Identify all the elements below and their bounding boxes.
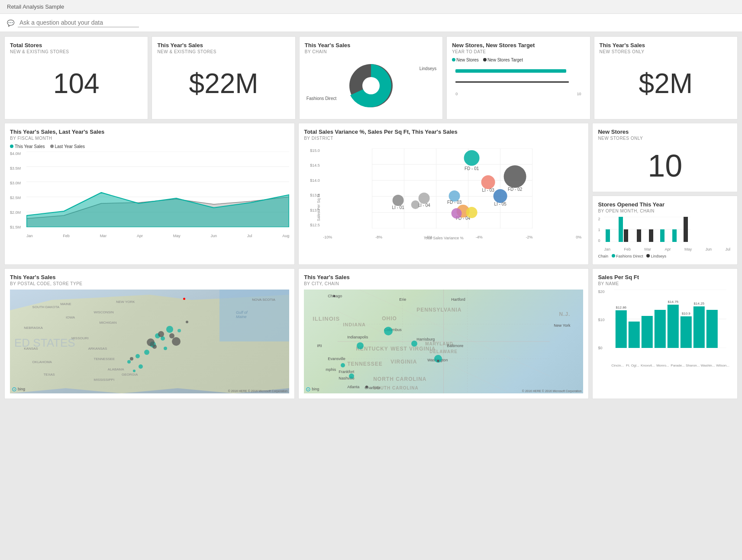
svg-text:LI - 03: LI - 03 — [482, 188, 495, 193]
svg-marker-9 — [26, 193, 289, 227]
sqft-y-axis: $20 $10 $0 — [598, 290, 608, 350]
map2-erie: Erie — [399, 297, 406, 302]
svg-text:LI - 01: LI - 01 — [392, 205, 405, 210]
svg-text:$14.75: $14.75 — [668, 300, 679, 304]
nst-axis-min: 0 — [455, 92, 458, 96]
nst-legend-new: New Stores — [452, 58, 479, 62]
map1-missouri: MISSOURI — [71, 336, 89, 340]
map2-fd-4 — [411, 341, 417, 347]
row-2: This Year's Sales, Last Year's Sales BY … — [4, 123, 738, 265]
svg-text:LI - 04: LI - 04 — [418, 203, 431, 208]
nst-hbars — [452, 69, 584, 90]
svg-point-32 — [393, 195, 404, 206]
sqft-chart-area: $20 $10 $0 $12.86 — [598, 290, 732, 367]
chain-label-fd: Fashions Direct — [306, 96, 336, 101]
map2-tennessee: TENNESSEE — [347, 361, 383, 367]
map1-gulf: Gulf ofMaine — [236, 310, 248, 319]
ns-subtitle: NEW STORES ONLY — [598, 136, 732, 141]
svg-rect-66 — [642, 316, 653, 348]
nst-fill-new — [455, 69, 566, 73]
svg-text:$12.86: $12.86 — [616, 306, 627, 309]
map2-nj: N.J. — [559, 311, 570, 317]
map1-georgia: GEORGIA — [122, 373, 138, 377]
sales-ne-title: This Year's Sales — [157, 42, 290, 48]
card-variance-scatter: Total Sales Variance %, Sales Per Sq Ft,… — [298, 123, 589, 265]
map2-li-3 — [437, 360, 439, 362]
map1-container: ED STATES Gulf ofMaine NOVA SCOTIA SOUTH… — [10, 290, 289, 393]
right-col-row2: New Stores NEW STORES ONLY 10 Stores Ope… — [592, 123, 738, 265]
nst-title: New Stores, New Stores Target — [452, 42, 584, 48]
svg-text:FD - 03: FD - 03 — [447, 200, 462, 205]
map1-dot-10 — [139, 364, 143, 369]
sp-subtitle: BY POSTAL CODE, STORE TYPE — [10, 281, 289, 286]
svg-rect-51 — [684, 217, 688, 242]
so-dot-li — [646, 254, 650, 257]
svg-point-30 — [494, 189, 507, 203]
nst-axis-max: 10 — [577, 92, 581, 96]
map2-bing: ⊙ bing — [306, 386, 319, 393]
sc-subtitle: BY CITY, CHAIN — [304, 281, 583, 286]
map2-indiana: INDIANA — [343, 322, 366, 327]
map1-alabama: ALABAMA — [108, 367, 124, 371]
map1-wisconsin: WISCONSIN — [94, 310, 114, 314]
svg-rect-65 — [629, 322, 640, 348]
map2-iri: IRI — [317, 344, 322, 348]
ssf-title: Sales Per Sq Ft — [598, 274, 732, 280]
pie-chart: Fashions Direct Lindseys — [305, 58, 437, 114]
total-stores-subtitle: NEW & EXISTING STORES — [10, 49, 142, 54]
bing-icon: ⊙ — [12, 386, 17, 393]
sales-no-value: $2M — [600, 58, 732, 109]
map1-nebraska: NEBRASKA — [24, 326, 43, 330]
map1-ocean — [219, 290, 289, 341]
card-sales-sqft: Sales Per Sq Ft BY NAME $20 $10 $0 — [592, 268, 738, 399]
svg-text:FD - 01: FD - 01 — [465, 166, 479, 171]
map1-text: ED STATES — [14, 336, 75, 350]
svg-rect-68 — [668, 305, 679, 348]
so-svg — [604, 217, 690, 242]
scatter-y-axis: $15.0 $14.5 $14.0 $13.5 $13.0 $12.5 — [310, 148, 320, 227]
card-sales-new-only: This Year's Sales NEW STORES ONLY $2M — [594, 36, 738, 119]
card-sales-postal: This Year's Sales BY POSTAL CODE, STORE … — [4, 268, 295, 399]
map2-virginia: VIRGINIA — [390, 359, 417, 365]
map2-fd-columbus — [384, 327, 393, 335]
svg-rect-48 — [649, 229, 653, 242]
fm-subtitle: BY FISCAL MONTH — [10, 136, 289, 141]
chain-subtitle: BY CHAIN — [305, 49, 437, 54]
dashboard: Total Stores NEW & EXISTING STORES 104 T… — [0, 32, 742, 403]
map1-michigan: MICHIGAN — [99, 321, 116, 325]
svg-text:FD - 02: FD - 02 — [508, 187, 523, 192]
vs-subtitle: BY DISTRICT — [304, 136, 583, 141]
qa-input[interactable] — [18, 18, 139, 27]
map1-arkansas: ARKANSAS — [88, 347, 107, 351]
scatter-area: Sales Per Sq Ft $15.0 $14.5 $14.0 $13.5 … — [304, 144, 583, 239]
nst-legend: New Stores New Stores Target — [452, 58, 584, 62]
fm-legend-ty: This Year Sales — [10, 144, 45, 149]
sales-ne-subtitle: NEW & EXISTING STORES — [157, 49, 290, 54]
svg-rect-47 — [637, 229, 641, 242]
card-sales-city: This Year's Sales BY CITY, CHAIN — [298, 268, 589, 399]
fm-dot-ly — [50, 145, 54, 148]
svg-rect-63 — [616, 310, 627, 348]
map1-south-dakota: SOUTH DAKOTA — [32, 305, 60, 309]
map1-newyork: NEW YORK — [116, 300, 135, 304]
sqft-svg: $12.86 $14.75 $10.9 $14.25 — [610, 290, 730, 348]
fm-title: This Year's Sales, Last Year's Sales — [10, 129, 289, 135]
map1-bing: ⊙ bing — [12, 386, 25, 393]
svg-rect-44 — [606, 229, 610, 242]
nst-axis: 0 10 — [452, 92, 584, 96]
svg-rect-70 — [681, 316, 692, 348]
map1-dot-5 — [144, 350, 149, 355]
chain-title: This Year's Sales — [305, 42, 437, 48]
map2-fd-2 — [357, 342, 364, 349]
svg-rect-46 — [624, 229, 628, 242]
map1-kansas: KANSAS — [24, 347, 38, 351]
svg-point-26 — [481, 175, 495, 189]
pie-svg — [343, 58, 399, 114]
map2-li-2 — [365, 386, 368, 388]
svg-rect-72 — [694, 306, 705, 348]
map2-new-york: New York — [554, 323, 570, 328]
map1-texas: TEXAS — [43, 373, 55, 377]
svg-point-38 — [466, 207, 477, 218]
card-total-stores: Total Stores NEW & EXISTING STORES 104 — [4, 36, 148, 119]
qa-icon: 💬 — [7, 19, 14, 26]
